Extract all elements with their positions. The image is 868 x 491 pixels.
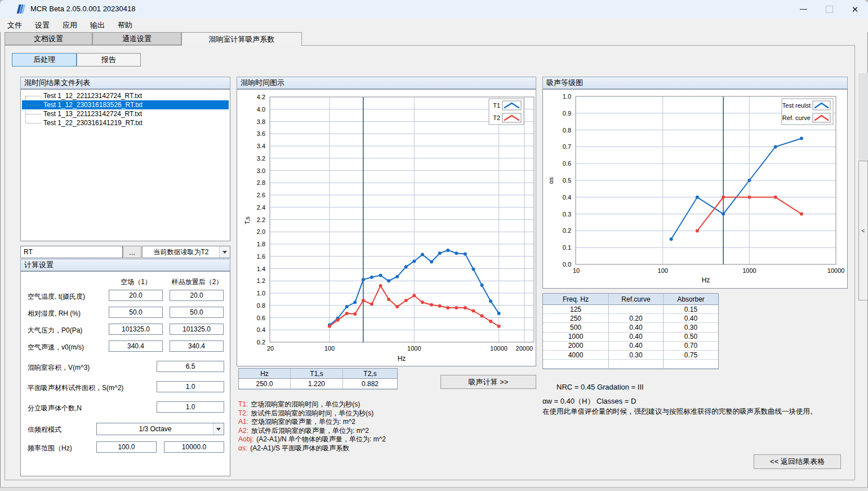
- subtab-1[interactable]: 报告: [77, 53, 141, 67]
- title-bar: MCR Beta 2.05.0.001 20230418 ✕: [0, 0, 868, 18]
- file-list-item[interactable]: Test 1_12_221123142724_RT.txt: [22, 91, 229, 100]
- data-point: [489, 299, 492, 303]
- svg-text:0.2: 0.2: [563, 227, 571, 234]
- absorption-chart[interactable]: 0.00.10.20.30.40.50.60.70.80.91.01010010…: [543, 90, 847, 288]
- absorption-calc-button[interactable]: 吸声计算 >>: [440, 375, 536, 389]
- data-point: [379, 273, 382, 277]
- svg-text:2.8: 2.8: [257, 179, 265, 186]
- table-row[interactable]: 2500.200.40: [543, 314, 718, 323]
- setting-input-field2[interactable]: 20.0: [170, 290, 224, 301]
- setting-input-field2[interactable]: 101325.0: [170, 324, 224, 335]
- svg-text:100: 100: [324, 345, 335, 352]
- file-list-item[interactable]: Test 1_12_230316183526_RT.txt: [22, 100, 229, 109]
- svg-text:0.2: 0.2: [257, 339, 265, 346]
- data-mode-dropdown[interactable]: 当前数据读取为T2: [142, 246, 230, 258]
- table-row[interactable]: 20000.400.70: [543, 342, 718, 351]
- setting-input-field1[interactable]: 20.0: [109, 290, 163, 301]
- tab-1[interactable]: 通道设置: [92, 32, 181, 45]
- col2-header: 样品放置后（2）: [166, 277, 228, 287]
- setting-input-field2[interactable]: 50.0: [170, 307, 224, 318]
- setting-input-field[interactable]: 1.0: [157, 381, 224, 392]
- minimize-button[interactable]: [790, 0, 816, 18]
- freq-min-input[interactable]: 100.0: [96, 441, 157, 453]
- table-cell: [664, 360, 718, 369]
- svg-text:0.7: 0.7: [563, 143, 571, 150]
- menu-item-3[interactable]: 输出: [87, 19, 108, 32]
- legend-curve-icon: [502, 101, 521, 110]
- table-row[interactable]: 40000.300.75: [543, 351, 718, 360]
- chevron-down-icon[interactable]: [219, 246, 230, 258]
- svg-text:Hz: Hz: [702, 276, 710, 284]
- table-cell: 1000: [543, 333, 609, 342]
- absorption-chart-header: 吸声等级图: [542, 77, 848, 89]
- setting-input-field2[interactable]: 340.4: [170, 340, 224, 352]
- subtab-0[interactable]: 后处理: [12, 53, 77, 67]
- table-row[interactable]: 250.01.2200.882: [239, 379, 397, 389]
- table-cell: 0.50: [664, 333, 718, 342]
- table-header-cell: Freq. Hz: [543, 294, 609, 305]
- table-cell: 250: [543, 314, 609, 323]
- data-point: [446, 306, 449, 309]
- table-cell: 0.882: [343, 379, 397, 389]
- svg-text:0.6: 0.6: [257, 315, 265, 321]
- svg-text:1.6: 1.6: [257, 253, 265, 260]
- menu-item-0[interactable]: 文件: [5, 19, 25, 32]
- svg-text:0.5: 0.5: [563, 177, 571, 184]
- svg-text:3.6: 3.6: [257, 130, 265, 137]
- close-button[interactable]: ✕: [842, 0, 868, 18]
- menu-item-4[interactable]: 帮助: [115, 19, 135, 32]
- svg-text:Ref. curve: Ref. curve: [782, 114, 811, 121]
- menu-item-2[interactable]: 应用: [60, 19, 80, 32]
- collapse-panel-button[interactable]: <: [858, 161, 868, 300]
- svg-text:Hz: Hz: [398, 355, 406, 362]
- setting-input-field1[interactable]: 101325.0: [109, 324, 163, 335]
- table-cell: 0.30: [664, 323, 718, 332]
- setting-input-field[interactable]: 1.0: [157, 401, 224, 413]
- svg-text:0.0: 0.0: [563, 261, 571, 268]
- data-point: [379, 284, 382, 287]
- setting-input-field1[interactable]: 340.4: [109, 340, 163, 352]
- svg-text:0.8: 0.8: [257, 302, 265, 309]
- freq-max-input[interactable]: 10000.0: [164, 441, 224, 453]
- table-row[interactable]: 5000.400.30: [543, 323, 718, 332]
- svg-text:αs: αs: [547, 177, 554, 184]
- rt-name-input[interactable]: RT: [20, 246, 123, 258]
- svg-text:3.0: 3.0: [257, 167, 265, 174]
- note-key: A2:: [238, 427, 248, 435]
- table-row[interactable]: 10000.400.50: [543, 333, 718, 342]
- browse-button[interactable]: ...: [123, 246, 141, 258]
- menu-item-1[interactable]: 设置: [32, 19, 52, 32]
- setting-input-field[interactable]: 6.5: [157, 361, 224, 372]
- tab-2[interactable]: 混响室计算吸声系数: [181, 32, 302, 46]
- table-row[interactable]: 1250.15: [543, 305, 718, 314]
- note-text: (A2-A1)/N 单个物体的吸声量，单位为: m^2: [256, 435, 386, 443]
- maximize-button[interactable]: [816, 0, 842, 18]
- table-header-row: Freq. HzRef.curveAbsorber: [543, 294, 718, 305]
- calc-settings-header: 计算设置: [20, 259, 230, 271]
- svg-text:3.4: 3.4: [257, 143, 265, 149]
- table-row[interactable]: [543, 360, 718, 369]
- octave-mode-dropdown[interactable]: 1/3 Octave: [96, 423, 224, 435]
- file-list-item[interactable]: Test 1_13_221123142724_RT.txt: [22, 109, 229, 118]
- note-line: T1:空场混响室的混响时间，单位为秒(s): [238, 400, 360, 409]
- file-list-item[interactable]: Test 1_22_230316141219_RT.txt: [22, 118, 229, 127]
- table-cell: 0.40: [664, 314, 718, 323]
- rt-chart[interactable]: 0.20.40.60.81.01.21.41.61.82.02.22.42.62…: [237, 90, 536, 366]
- svg-text:20000: 20000: [516, 345, 533, 352]
- svg-text:0.6: 0.6: [563, 160, 571, 167]
- svg-text:1.0: 1.0: [257, 290, 265, 297]
- setting-input-field1[interactable]: 50.0: [109, 307, 163, 318]
- data-point: [370, 303, 373, 306]
- data-point: [464, 306, 467, 309]
- data-point: [387, 279, 390, 282]
- tab-0[interactable]: 文档设置: [5, 32, 92, 45]
- table-header-cell: Ref.curve: [609, 294, 664, 305]
- data-point: [395, 275, 399, 278]
- data-point: [345, 312, 349, 315]
- svg-text:4.2: 4.2: [257, 94, 265, 100]
- back-to-results-button[interactable]: << 返回结果表格: [754, 454, 841, 469]
- file-name: Test 1_22_230316141219_RT.txt: [43, 119, 143, 127]
- table-cell: 0.40: [609, 323, 664, 332]
- window-bottom-edge: [0, 487, 868, 491]
- chevron-down-icon[interactable]: [213, 423, 224, 435]
